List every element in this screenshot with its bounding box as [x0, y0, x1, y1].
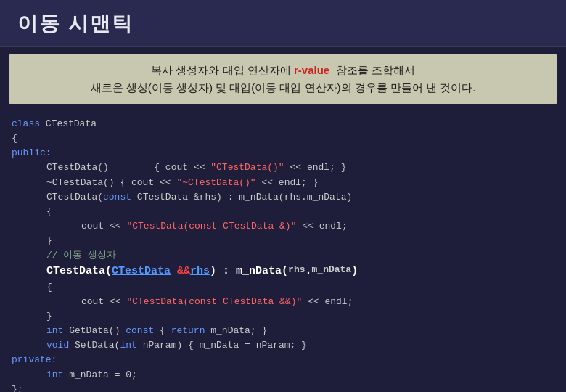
code-move-ctor-close: } — [12, 309, 554, 324]
title-bar: 이동 시맨틱 — [0, 0, 566, 47]
code-move-comment: // 이동 생성자 — [12, 248, 554, 263]
code-set-data: void SetData(int nParam) { m_nData = nPa… — [12, 338, 554, 353]
code-ctor: CTestData() { cout << "CTestData()" << e… — [12, 160, 554, 175]
code-get-data: int GetData() const { return m_nData; } — [12, 324, 554, 338]
code-open-brace: { — [12, 131, 554, 146]
description-line2: 새로운 생성(이동 생성자) 및 대입(이동 대입 연산자)의 경우를 만들어 … — [20, 79, 546, 97]
code-copy-ctor-open: { — [12, 205, 554, 219]
description-line1: 복사 생성자와 대입 연산자에 r-value 참조를 조합해서 — [20, 62, 546, 79]
code-copy-ctor-decl: CTestData(const CTestData &rhs) : m_nDat… — [12, 190, 554, 205]
code-dtor: ~CTestData() { cout << "~CTestData()" <<… — [12, 176, 554, 190]
code-copy-ctor-close: } — [12, 234, 554, 248]
code-move-ctor-open: { — [12, 280, 554, 295]
code-class-decl: class CTestData — [12, 117, 554, 131]
code-area: class CTestData { public: CTestData() { … — [0, 111, 566, 392]
code-public: public: — [12, 146, 554, 160]
code-move-ctor-body: cout << "CTestData(const CTestData &&)" … — [12, 295, 554, 309]
code-copy-ctor-body: cout << "CTestData(const CTestData &)" <… — [12, 219, 554, 234]
code-member: int m_nData = 0; — [12, 368, 554, 383]
code-move-ctor-decl: CTestData(CTestData &&rhs) : m_nData(rhs… — [12, 263, 554, 279]
page: 이동 시맨틱 복사 생성자와 대입 연산자에 r-value 참조를 조합해서 … — [0, 0, 566, 392]
description-box: 복사 생성자와 대입 연산자에 r-value 참조를 조합해서 새로운 생성(… — [9, 54, 557, 104]
class-name: CTestData — [46, 117, 97, 131]
highlight-rvalue: r-value — [294, 64, 329, 76]
keyword-class: class — [12, 117, 46, 131]
code-private: private: — [12, 353, 554, 367]
page-title: 이동 시맨틱 — [17, 12, 134, 35]
code-close-brace: }; — [12, 383, 554, 392]
